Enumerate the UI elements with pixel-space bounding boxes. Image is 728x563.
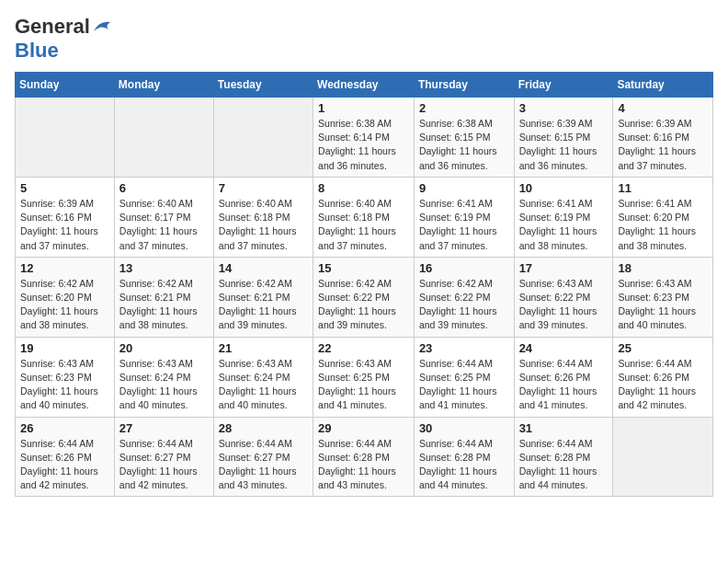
day-info: Sunrise: 6:43 AM Sunset: 6:24 PM Dayligh… [119,357,209,413]
calendar-cell: 6Sunrise: 6:40 AM Sunset: 6:17 PM Daylig… [114,177,213,257]
day-number: 13 [119,261,209,275]
calendar-cell: 10Sunrise: 6:41 AM Sunset: 6:19 PM Dayli… [514,177,613,257]
calendar-cell: 23Sunrise: 6:44 AM Sunset: 6:25 PM Dayli… [414,337,514,417]
day-info: Sunrise: 6:38 AM Sunset: 6:15 PM Dayligh… [419,117,509,173]
calendar-cell: 22Sunrise: 6:43 AM Sunset: 6:25 PM Dayli… [313,337,415,417]
weekday-header-wednesday: Wednesday [313,73,415,98]
day-info: Sunrise: 6:44 AM Sunset: 6:27 PM Dayligh… [219,437,308,493]
calendar-cell: 16Sunrise: 6:42 AM Sunset: 6:22 PM Dayli… [414,257,514,337]
day-number: 9 [419,181,509,195]
day-info: Sunrise: 6:43 AM Sunset: 6:23 PM Dayligh… [20,357,109,413]
calendar-cell: 5Sunrise: 6:39 AM Sunset: 6:16 PM Daylig… [16,177,115,257]
day-number: 25 [618,341,708,355]
day-info: Sunrise: 6:44 AM Sunset: 6:28 PM Dayligh… [519,437,609,493]
calendar-cell: 14Sunrise: 6:42 AM Sunset: 6:21 PM Dayli… [213,257,313,337]
day-info: Sunrise: 6:44 AM Sunset: 6:26 PM Dayligh… [519,357,609,413]
calendar-cell: 3Sunrise: 6:39 AM Sunset: 6:15 PM Daylig… [514,98,613,178]
day-info: Sunrise: 6:39 AM Sunset: 6:15 PM Dayligh… [519,117,609,173]
day-number: 23 [419,341,509,355]
calendar-cell: 11Sunrise: 6:41 AM Sunset: 6:20 PM Dayli… [613,177,713,257]
calendar-cell: 1Sunrise: 6:38 AM Sunset: 6:14 PM Daylig… [313,98,415,178]
calendar-cell: 17Sunrise: 6:43 AM Sunset: 6:22 PM Dayli… [514,257,613,337]
day-number: 31 [519,421,609,435]
day-number: 2 [419,101,509,115]
day-info: Sunrise: 6:43 AM Sunset: 6:22 PM Dayligh… [519,277,609,333]
calendar-cell: 24Sunrise: 6:44 AM Sunset: 6:26 PM Dayli… [514,337,613,417]
calendar-cell: 13Sunrise: 6:42 AM Sunset: 6:21 PM Dayli… [114,257,213,337]
logo-blue-text: Blue [15,39,59,63]
calendar-cell: 30Sunrise: 6:44 AM Sunset: 6:28 PM Dayli… [414,417,514,497]
day-info: Sunrise: 6:44 AM Sunset: 6:28 PM Dayligh… [318,437,409,493]
day-info: Sunrise: 6:43 AM Sunset: 6:25 PM Dayligh… [318,357,409,413]
calendar-week-row: 1Sunrise: 6:38 AM Sunset: 6:14 PM Daylig… [16,98,713,178]
calendar-cell: 20Sunrise: 6:43 AM Sunset: 6:24 PM Dayli… [114,337,213,417]
day-info: Sunrise: 6:42 AM Sunset: 6:22 PM Dayligh… [419,277,509,333]
day-number: 6 [119,181,209,195]
day-info: Sunrise: 6:42 AM Sunset: 6:21 PM Dayligh… [219,277,308,333]
day-number: 27 [119,421,209,435]
day-number: 28 [219,421,308,435]
logo-bird-icon [92,18,112,35]
calendar-cell [613,417,713,497]
day-number: 1 [318,101,409,115]
day-info: Sunrise: 6:42 AM Sunset: 6:20 PM Dayligh… [20,277,109,333]
day-number: 20 [119,341,209,355]
day-number: 17 [519,261,609,275]
day-number: 21 [219,341,308,355]
calendar-cell: 25Sunrise: 6:44 AM Sunset: 6:26 PM Dayli… [613,337,713,417]
day-number: 15 [318,261,409,275]
day-info: Sunrise: 6:43 AM Sunset: 6:24 PM Dayligh… [219,357,308,413]
day-number: 24 [519,341,609,355]
day-number: 11 [618,181,708,195]
page-header: General Blue [15,15,713,63]
weekday-header-sunday: Sunday [16,73,115,98]
calendar-week-row: 5Sunrise: 6:39 AM Sunset: 6:16 PM Daylig… [16,177,713,257]
calendar-table: SundayMondayTuesdayWednesdayThursdayFrid… [15,72,713,497]
weekday-header-saturday: Saturday [613,73,713,98]
day-number: 4 [618,101,708,115]
day-info: Sunrise: 6:44 AM Sunset: 6:25 PM Dayligh… [419,357,509,413]
weekday-header-thursday: Thursday [414,73,514,98]
calendar-cell: 31Sunrise: 6:44 AM Sunset: 6:28 PM Dayli… [514,417,613,497]
calendar-header: SundayMondayTuesdayWednesdayThursdayFrid… [16,73,713,98]
day-number: 7 [219,181,308,195]
calendar-week-row: 12Sunrise: 6:42 AM Sunset: 6:20 PM Dayli… [16,257,713,337]
day-info: Sunrise: 6:44 AM Sunset: 6:26 PM Dayligh… [618,357,708,413]
calendar-cell: 2Sunrise: 6:38 AM Sunset: 6:15 PM Daylig… [414,98,514,178]
day-number: 14 [219,261,308,275]
weekday-header-tuesday: Tuesday [213,73,313,98]
day-number: 5 [20,181,109,195]
day-number: 18 [618,261,708,275]
day-number: 19 [20,341,109,355]
calendar-cell [16,98,115,178]
day-number: 12 [20,261,109,275]
day-info: Sunrise: 6:41 AM Sunset: 6:19 PM Dayligh… [519,197,609,253]
day-info: Sunrise: 6:39 AM Sunset: 6:16 PM Dayligh… [20,197,109,253]
day-info: Sunrise: 6:38 AM Sunset: 6:14 PM Dayligh… [318,117,409,173]
day-number: 26 [20,421,109,435]
day-number: 10 [519,181,609,195]
day-number: 29 [318,421,409,435]
calendar-cell: 27Sunrise: 6:44 AM Sunset: 6:27 PM Dayli… [114,417,213,497]
day-info: Sunrise: 6:40 AM Sunset: 6:17 PM Dayligh… [119,197,209,253]
day-info: Sunrise: 6:40 AM Sunset: 6:18 PM Dayligh… [318,197,409,253]
calendar-cell: 7Sunrise: 6:40 AM Sunset: 6:18 PM Daylig… [213,177,313,257]
day-number: 30 [419,421,509,435]
calendar-cell: 8Sunrise: 6:40 AM Sunset: 6:18 PM Daylig… [313,177,415,257]
day-info: Sunrise: 6:42 AM Sunset: 6:21 PM Dayligh… [119,277,209,333]
day-number: 16 [419,261,509,275]
logo-general-text: General [15,15,90,39]
calendar-cell: 19Sunrise: 6:43 AM Sunset: 6:23 PM Dayli… [16,337,115,417]
calendar-cell: 18Sunrise: 6:43 AM Sunset: 6:23 PM Dayli… [613,257,713,337]
calendar-body: 1Sunrise: 6:38 AM Sunset: 6:14 PM Daylig… [16,98,713,497]
day-info: Sunrise: 6:44 AM Sunset: 6:27 PM Dayligh… [119,437,209,493]
day-number: 8 [318,181,409,195]
day-info: Sunrise: 6:42 AM Sunset: 6:22 PM Dayligh… [318,277,409,333]
day-info: Sunrise: 6:43 AM Sunset: 6:23 PM Dayligh… [618,277,708,333]
weekday-header-friday: Friday [514,73,613,98]
calendar-cell: 4Sunrise: 6:39 AM Sunset: 6:16 PM Daylig… [613,98,713,178]
calendar-cell: 15Sunrise: 6:42 AM Sunset: 6:22 PM Dayli… [313,257,415,337]
calendar-cell [213,98,313,178]
calendar-cell: 29Sunrise: 6:44 AM Sunset: 6:28 PM Dayli… [313,417,415,497]
calendar-cell: 12Sunrise: 6:42 AM Sunset: 6:20 PM Dayli… [16,257,115,337]
